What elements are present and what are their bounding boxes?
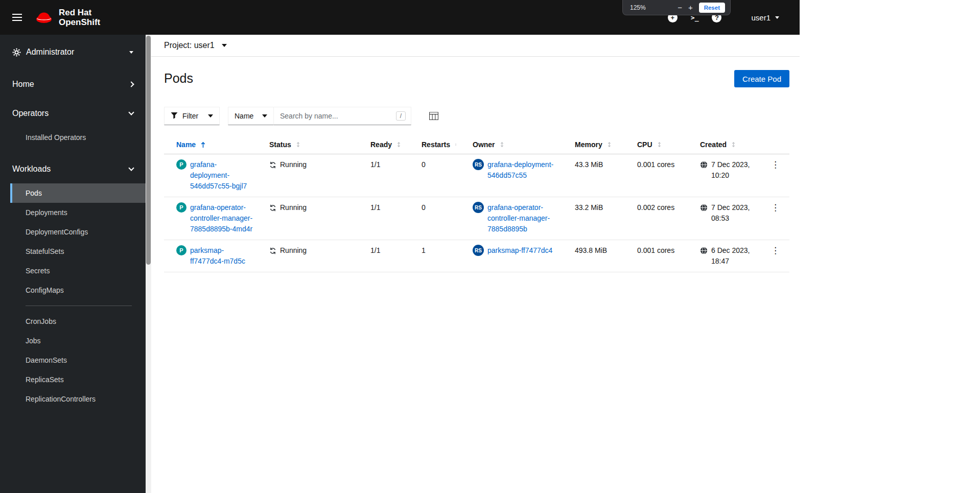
nav-label: CronJobs (26, 317, 56, 325)
globe-icon (700, 161, 708, 169)
sidebar-item-operators[interactable]: Operators (0, 99, 146, 128)
sort-icon (607, 141, 612, 148)
column-header-ready[interactable]: Ready (363, 136, 414, 154)
user-menu[interactable]: user1 (748, 13, 782, 22)
column-header-status[interactable]: Status (262, 136, 363, 154)
ready-cell: 1/1 (363, 159, 414, 170)
status-cell: Running (262, 159, 363, 170)
status-text: Running (280, 159, 307, 170)
column-header-restarts[interactable]: Restarts (414, 136, 465, 154)
ready-cell: 1/1 (363, 202, 414, 213)
create-pod-button[interactable]: Create Pod (734, 70, 789, 87)
pod-badge: P (176, 245, 186, 255)
sidebar-item-replicasets[interactable]: ReplicaSets (10, 370, 146, 389)
sort-icon (396, 141, 401, 148)
column-header-owner[interactable]: Owner (465, 136, 567, 154)
sidebar-item-daemonsets[interactable]: DaemonSets (10, 350, 146, 370)
chevron-down-icon (208, 114, 213, 118)
restarts-cell: 0 (414, 202, 465, 213)
user-name: user1 (751, 13, 771, 22)
browser-zoom-popup: 125% − + Reset (622, 0, 731, 15)
sidebar-scrollbar[interactable] (146, 35, 151, 493)
sort-icon (657, 141, 662, 148)
sidebar-item-installed-operators[interactable]: Installed Operators (10, 128, 146, 147)
zoom-reset-button[interactable]: Reset (699, 3, 725, 13)
filter-dropdown[interactable]: Filter (164, 107, 220, 125)
nav-divider (26, 306, 132, 306)
column-header-created[interactable]: Created (692, 136, 761, 154)
chevron-down-icon (262, 114, 267, 118)
sync-running-icon (269, 161, 276, 169)
nav-label: Secrets (26, 267, 50, 275)
pod-row: P grafana-deployment-546dd57c55-bgjl7 Ru… (164, 154, 789, 197)
nav-label: Deployments (26, 208, 67, 217)
nav-label: Installed Operators (26, 133, 86, 142)
chevron-down-icon (128, 165, 134, 171)
sidebar-item-cronjobs[interactable]: CronJobs (10, 312, 146, 331)
name-cell: P grafana-deployment-546dd57c55-bgjl7 (164, 159, 262, 192)
sidebar-item-home[interactable]: Home (0, 69, 146, 99)
owner-cell: RS grafana-deployment-546dd57c55 (465, 159, 567, 181)
pod-link[interactable]: grafana-deployment-546dd57c55-bgjl7 (190, 159, 253, 192)
status-text: Running (280, 245, 307, 256)
zoom-level: 125% (630, 4, 646, 11)
zoom-in-button[interactable]: + (685, 4, 696, 11)
owner-cell: RS grafana-operator-controller-manager-7… (465, 202, 567, 234)
column-header-memory[interactable]: Memory (567, 136, 629, 154)
sidebar-item-statefulsets[interactable]: StatefulSets (10, 242, 146, 261)
restarts-cell: 0 (414, 159, 465, 170)
sidebar-item-deployments[interactable]: Deployments (10, 203, 146, 222)
owner-link[interactable]: grafana-deployment-546dd57c55 (487, 159, 559, 181)
nav-label: Pods (26, 189, 42, 197)
page-title: Pods (164, 70, 193, 87)
kebab-menu-button[interactable]: ⋮ (768, 245, 783, 256)
sidebar-item-workloads[interactable]: Workloads (0, 154, 146, 183)
kebab-menu-button[interactable]: ⋮ (768, 202, 783, 213)
memory-cell: 43.3 MiB (567, 159, 629, 170)
scrollbar-thumb[interactable] (146, 36, 151, 265)
sort-icon (296, 141, 300, 148)
column-header-name[interactable]: Name (164, 136, 262, 154)
sync-running-icon (269, 247, 276, 254)
sidebar-item-replicationcontrollers[interactable]: ReplicationControllers (10, 389, 146, 409)
pod-link[interactable]: grafana-operator-controller-manager-7885… (190, 202, 253, 234)
created-cell: 6 Dec 2023, 18:47 (692, 245, 761, 267)
project-selector[interactable]: Project: user1 (164, 41, 227, 50)
search-input[interactable] (279, 111, 393, 121)
sort-icon (455, 141, 457, 148)
page-header: Pods Create Pod (151, 57, 800, 87)
cpu-cell: 0.001 cores (629, 245, 692, 256)
perspective-switcher[interactable]: Administrator (0, 35, 146, 69)
filter-funnel-icon (171, 112, 178, 120)
openshift-console: Red Hat OpenShift + >_ ? user1 125% − + … (0, 0, 980, 493)
nav-toggle-button[interactable] (7, 7, 27, 28)
brand[interactable]: Red Hat OpenShift (34, 8, 100, 27)
brand-text: Red Hat OpenShift (59, 8, 100, 27)
sidebar-item-configmaps[interactable]: ConfigMaps (10, 280, 146, 300)
created-cell: 7 Dec 2023, 10:20 (692, 159, 761, 181)
brand-line2: OpenShift (59, 17, 100, 27)
pod-link[interactable]: parksmap-ff7477dc4-m7d5c (190, 245, 253, 267)
sort-ascending-icon (200, 141, 206, 149)
sidebar-item-jobs[interactable]: Jobs (10, 331, 146, 350)
kebab-menu-button[interactable]: ⋮ (768, 159, 783, 170)
owner-link[interactable]: grafana-operator-controller-manager-7885… (487, 202, 559, 234)
column-label: Ready (370, 140, 392, 149)
status-text: Running (280, 202, 307, 213)
sidebar-item-pods[interactable]: Pods (10, 183, 146, 203)
sidebar-nav: Administrator Home Operators Installed O… (0, 35, 146, 493)
pod-row: P parksmap-ff7477dc4-m7d5c Running 1/1 1… (164, 240, 789, 272)
memory-cell: 493.8 MiB (567, 245, 629, 256)
owner-link[interactable]: parksmap-ff7477dc4 (487, 245, 552, 256)
created-date: 7 Dec 2023, (711, 202, 750, 213)
sidebar-item-deploymentconfigs[interactable]: DeploymentConfigs (10, 222, 146, 242)
name-cell: P parksmap-ff7477dc4-m7d5c (164, 245, 262, 267)
column-header-cpu[interactable]: CPU (629, 136, 692, 154)
restarts-cell: 1 (414, 245, 465, 256)
sidebar-item-secrets[interactable]: Secrets (10, 261, 146, 280)
zoom-out-button[interactable]: − (674, 4, 685, 11)
table-header-row: Name Status Ready Restarts Owner (164, 136, 789, 154)
manage-columns-button[interactable] (427, 110, 440, 122)
chevron-down-icon (222, 44, 227, 47)
search-attribute-dropdown[interactable]: Name (228, 107, 274, 125)
